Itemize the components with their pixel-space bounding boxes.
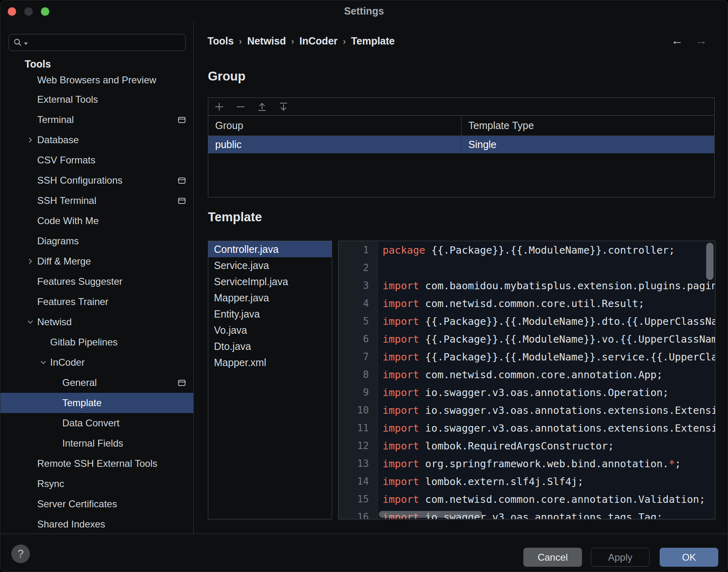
sidebar-item-gitlab-pipelines[interactable]: Gitlab Pipelines: [0, 332, 194, 352]
code-line: 5import {{.Package}}.{{.ModuleName}}.dto…: [339, 312, 715, 330]
code-text: import com.netwisd.common.core.annotatio…: [378, 369, 662, 381]
sidebar-item-label: Tools: [25, 58, 51, 70]
sidebar-item-web-browsers-and-preview[interactable]: Web Browsers and Preview: [0, 71, 194, 89]
sidebar-item-shared-indexes[interactable]: Shared Indexes: [0, 514, 194, 534]
table-cell: public: [208, 136, 461, 153]
sidebar-item-ssh-configurations[interactable]: SSH Configurations: [0, 170, 194, 191]
sidebar-item-terminal[interactable]: Terminal: [0, 110, 194, 130]
sidebar-item-database[interactable]: Database: [0, 130, 194, 150]
line-number: 14: [339, 476, 378, 487]
breadcrumb-separator: ›: [343, 36, 346, 47]
breadcrumb-item-template[interactable]: Template: [351, 35, 395, 47]
template-file-mapper-xml[interactable]: Mapper.xml: [208, 354, 332, 371]
search-filter-caret-icon[interactable]: [24, 42, 28, 45]
template-file-mapper-java[interactable]: Mapper.java: [208, 290, 332, 306]
sidebar-item-label: CSV Formats: [37, 155, 95, 166]
code-text: import io.swagger.v3.oas.annotations.Ope…: [378, 387, 669, 398]
settings-tree: ToolsWeb Browsers and PreviewExternal To…: [0, 57, 194, 534]
sidebar-item-csv-formats[interactable]: CSV Formats: [0, 150, 194, 170]
template-file-dto-java[interactable]: Dto.java: [208, 338, 332, 354]
forward-arrow-icon: →: [695, 34, 707, 47]
template-file-serviceimpl-java[interactable]: ServiceImpl.java: [208, 273, 332, 290]
move-up-button[interactable]: [256, 101, 268, 113]
code-line: 12import lombok.RequiredArgsConstructor;: [339, 437, 715, 455]
sidebar-item-label: Features Suggester: [37, 276, 123, 287]
sidebar-item-remote-ssh-external-tools[interactable]: Remote SSH External Tools: [0, 453, 194, 474]
sidebar-item-external-tools[interactable]: External Tools: [0, 89, 194, 110]
code-line: 8import com.netwisd.common.core.annotati…: [339, 366, 715, 383]
sidebar-item-incoder[interactable]: InCoder: [0, 352, 194, 373]
code-text: import {{.Package}}.{{.ModuleName}}.vo.{…: [378, 333, 715, 345]
sidebar-item-label: Code With Me: [37, 215, 99, 227]
chevron-right-icon[interactable]: [26, 257, 37, 266]
add-button[interactable]: [213, 101, 225, 113]
sidebar-item-label: Features Trainer: [37, 296, 108, 307]
chevron-down-icon[interactable]: [26, 318, 37, 326]
back-arrow-icon[interactable]: ←: [671, 34, 683, 47]
code-text: import org.springframework.web.bind.anno…: [378, 458, 681, 470]
sidebar-item-features-suggester[interactable]: Features Suggester: [0, 271, 194, 292]
sidebar-item-label: Rsync: [37, 478, 64, 489]
chevron-right-icon[interactable]: [26, 136, 37, 144]
chevron-down-icon[interactable]: [39, 358, 50, 367]
sidebar-item-diagrams[interactable]: Diagrams: [0, 231, 194, 251]
table-row-public[interactable]: publicSingle: [208, 136, 714, 153]
group-table-header: GroupTemplate Type: [208, 116, 714, 136]
code-line: 10import io.swagger.v3.oas.annotations.e…: [339, 401, 715, 419]
window-icon: [177, 115, 186, 125]
sidebar-item-label: Netwisd: [37, 316, 72, 328]
line-number: 3: [339, 280, 378, 291]
sidebar-item-rsync[interactable]: Rsync: [0, 474, 194, 494]
breadcrumb-item-netwisd[interactable]: Netwisd: [247, 35, 286, 47]
move-down-button[interactable]: [277, 101, 290, 113]
code-text: import lombok.RequiredArgsConstructor;: [378, 440, 614, 452]
sidebar-item-label: Data Convert: [62, 417, 119, 429]
code-line: 14import lombok.extern.slf4j.Slf4j;: [339, 472, 715, 490]
sidebar-item-ssh-terminal[interactable]: SSH Terminal: [0, 191, 194, 211]
chevron-right-icon: [26, 257, 35, 266]
code-text: import io.swagger.v3.oas.annotations.ext…: [378, 422, 715, 434]
template-file-entity-java[interactable]: Entity.java: [208, 306, 332, 322]
sidebar-item-internal-fields[interactable]: Internal Fields: [0, 433, 194, 453]
window-icon: [177, 196, 186, 205]
editor-vertical-scrollbar[interactable]: [706, 243, 713, 280]
settings-search-input[interactable]: [31, 37, 181, 48]
table-cell: Single: [461, 136, 714, 153]
template-file-service-java[interactable]: Service.java: [208, 257, 332, 273]
ok-button[interactable]: OK: [660, 548, 718, 567]
sidebar-item-label: Internal Fields: [62, 438, 123, 449]
apply-button: Apply: [591, 548, 650, 567]
remove-button[interactable]: [235, 101, 247, 113]
line-number: 9: [339, 387, 378, 398]
template-section-title: Template: [208, 210, 262, 225]
code-text: import lombok.extern.slf4j.Slf4j;: [378, 476, 584, 487]
code-line: 9import io.swagger.v3.oas.annotations.Op…: [339, 383, 715, 401]
line-number: 16: [339, 511, 378, 519]
settings-search-box[interactable]: [8, 34, 186, 51]
breadcrumb-item-tools[interactable]: Tools: [207, 35, 234, 47]
template-file-vo-java[interactable]: Vo.java: [208, 322, 332, 338]
breadcrumb-item-incoder[interactable]: InCoder: [299, 35, 337, 47]
chevron-down-icon: [26, 318, 35, 326]
sidebar-item-diff-merge[interactable]: Diff & Merge: [0, 251, 194, 271]
sidebar-item-netwisd[interactable]: Netwisd: [0, 312, 194, 332]
sidebar-item-label: Diff & Merge: [37, 256, 91, 267]
column-header-group: Group: [208, 116, 461, 136]
sidebar-item-label: Remote SSH External Tools: [37, 458, 157, 469]
sidebar-item-server-certificates[interactable]: Server Certificates: [0, 494, 194, 514]
breadcrumb-separator: ›: [239, 36, 242, 47]
code-text: import {{.Package}}.{{.ModuleName}}.dto.…: [378, 316, 715, 327]
template-code-editor[interactable]: 1package {{.Package}}.{{.ModuleName}}.co…: [338, 241, 715, 519]
column-header-template-type: Template Type: [461, 116, 714, 136]
sidebar-item-code-with-me[interactable]: Code With Me: [0, 211, 194, 231]
sidebar-item-general[interactable]: General: [0, 373, 194, 393]
cancel-button[interactable]: Cancel: [523, 548, 582, 567]
sidebar-item-data-convert[interactable]: Data Convert: [0, 413, 194, 433]
help-button[interactable]: ?: [11, 544, 30, 563]
editor-horizontal-scrollbar[interactable]: [379, 511, 482, 518]
editor-code: 1package {{.Package}}.{{.ModuleName}}.co…: [339, 241, 715, 519]
titlebar: Settings: [0, 0, 728, 21]
sidebar-item-features-trainer[interactable]: Features Trainer: [0, 292, 194, 312]
sidebar-item-template[interactable]: Template: [0, 393, 194, 413]
template-file-controller-java[interactable]: Controller.java: [208, 241, 332, 257]
